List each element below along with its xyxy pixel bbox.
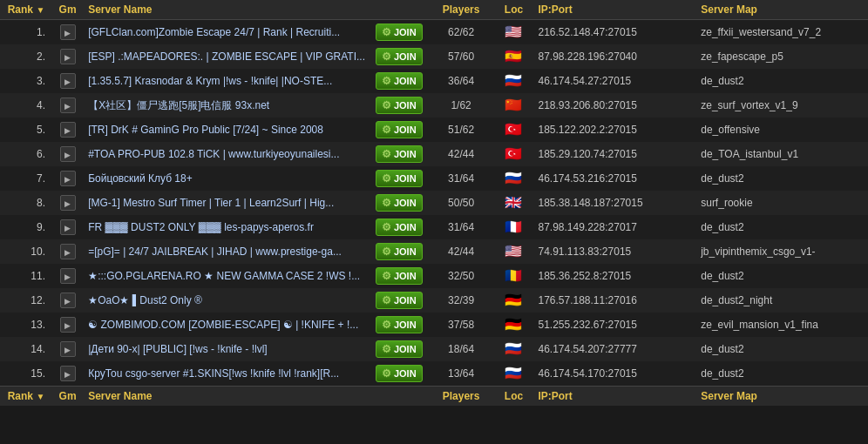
- server-name-cell: #TOA PRO-PUB 102.8 TiCK | www.turkiyeoyu…: [83, 142, 427, 166]
- server-map-cell: de_dust2: [695, 69, 868, 93]
- server-name-cell: [TR] DrK # GaminG Pro Public [7/24] ~ Si…: [83, 118, 427, 142]
- table-row: 1.▶[GFLClan.com]Zombie Escape 24/7 | Ran…: [0, 20, 868, 45]
- table-row: 5.▶[TR] DrK # GaminG Pro Public [7/24] ~…: [0, 118, 868, 142]
- join-button[interactable]: ⚙JOIN: [376, 219, 423, 236]
- join-label: JOIN: [394, 173, 417, 184]
- table-row: 4.▶【X社区】僵尸逃跑[5服]电信服 93x.net⚙JOIN1/62🇨🇳21…: [0, 93, 868, 118]
- game-icon: ▶: [60, 195, 76, 211]
- join-button[interactable]: ⚙JOIN: [376, 48, 423, 65]
- table-row: 11.▶★:::GO.PGLARENA.RO ★ NEW GAMMA CASE …: [0, 264, 868, 288]
- players-cell: 62/62: [428, 20, 495, 45]
- server-map-cell: de_dust2_night: [695, 288, 868, 313]
- game-icon: ▶: [60, 366, 76, 381]
- join-button[interactable]: ⚙JOIN: [376, 24, 423, 41]
- flag-icon: 🇨🇳: [504, 99, 523, 111]
- ip-port-cell: 185.38.148.187:27015: [532, 191, 695, 215]
- server-name-cell: КруТоu csgo-server #1.SKINS[!ws !knife !…: [83, 361, 427, 387]
- join-label: JOIN: [394, 76, 417, 86]
- join-button[interactable]: ⚙JOIN: [376, 243, 423, 260]
- join-button[interactable]: ⚙JOIN: [376, 121, 423, 138]
- join-gear-icon: ⚙: [382, 197, 391, 209]
- players-cell: 31/64: [428, 215, 495, 239]
- loc-cell: 🇫🇷: [495, 215, 533, 239]
- table-row: 10.▶=[pG]= | 24/7 JAILBREAK | JIHAD | ww…: [0, 239, 868, 264]
- rank-footer[interactable]: Rank ▼: [0, 387, 52, 407]
- players-cell: 37/58: [428, 313, 495, 337]
- server-map-header[interactable]: Server Map: [695, 0, 868, 20]
- server-name-text: [TR] DrK # GaminG Pro Public [7/24] ~ Si…: [88, 124, 372, 136]
- ip-port-cell: 46.174.54.27:27015: [532, 69, 695, 93]
- rank-cell: 11.: [0, 264, 52, 288]
- loc-cell: 🇬🇧: [495, 191, 533, 215]
- rank-cell: 14.: [0, 337, 52, 361]
- game-icon: ▶: [60, 268, 76, 284]
- players-value: 31/64: [448, 221, 474, 233]
- join-gear-icon: ⚙: [382, 124, 391, 136]
- ip-port-cell: 176.57.188.11:27016: [532, 288, 695, 313]
- game-icon: ▶: [60, 317, 76, 333]
- players-cell: 42/44: [428, 239, 495, 264]
- join-gear-icon: ⚙: [382, 172, 391, 185]
- flag-icon: 🇹🇷: [504, 148, 523, 160]
- join-label: JOIN: [394, 222, 417, 232]
- table-row: 7.▶Бойцовский Клуб 18+⚙JOIN31/64🇷🇺46.174…: [0, 166, 868, 191]
- join-label: JOIN: [394, 344, 417, 354]
- join-button[interactable]: ⚙JOIN: [376, 316, 423, 333]
- gm-cell: ▶: [52, 44, 83, 69]
- rank-cell: 7.: [0, 166, 52, 191]
- server-name-cell: FR ▓▓▓ DUST2 ONLY ▓▓▓ les-papys-aperos.f…: [83, 215, 427, 239]
- flag-icon: 🇫🇷: [504, 221, 523, 233]
- game-icon: ▶: [60, 219, 76, 235]
- rank-cell: 9.: [0, 215, 52, 239]
- rank-footer-sort-arrow: ▼: [36, 392, 44, 401]
- server-name-text: [ESP] .:MAPEADORES:. | ZOMBIE ESCAPE | V…: [88, 50, 372, 63]
- gm-cell: ▶: [52, 191, 83, 215]
- server-name-cell: [GFLClan.com]Zombie Escape 24/7 | Rank |…: [83, 20, 427, 45]
- table-row: 6.▶#TOA PRO-PUB 102.8 TiCK | www.turkiye…: [0, 142, 868, 166]
- rank-cell: 5.: [0, 118, 52, 142]
- game-icon: ▶: [60, 98, 76, 113]
- players-value: 32/50: [448, 270, 474, 282]
- server-name-cell: Бойцовский Клуб 18+⚙JOIN: [83, 166, 427, 191]
- server-name-text: [1.35.5.7] Krasnodar & Krym |!ws - !knif…: [88, 75, 372, 87]
- server-name-header[interactable]: Server Name: [83, 0, 427, 20]
- server-name-cell: 【X社区】僵尸逃跑[5服]电信服 93x.net⚙JOIN: [83, 93, 427, 118]
- server-name-text: #TOA PRO-PUB 102.8 TiCK | www.turkiyeoyu…: [88, 148, 372, 160]
- players-value: 57/60: [448, 50, 474, 63]
- game-icon: ▶: [60, 341, 76, 357]
- join-button[interactable]: ⚙JOIN: [376, 292, 423, 309]
- ip-port-cell: 87.98.149.228:27017: [532, 215, 695, 239]
- join-button[interactable]: ⚙JOIN: [376, 72, 423, 90]
- loc-cell: 🇺🇸: [495, 20, 533, 45]
- join-gear-icon: ⚙: [382, 246, 391, 258]
- ip-port-cell: 216.52.148.47:27015: [532, 20, 695, 45]
- join-label: JOIN: [394, 51, 417, 62]
- join-button[interactable]: ⚙JOIN: [376, 340, 423, 358]
- players-header[interactable]: Players: [428, 0, 495, 20]
- server-map-cell: de_dust2: [695, 166, 868, 191]
- join-gear-icon: ⚙: [382, 343, 391, 355]
- flag-icon: 🇷🇺: [504, 172, 523, 185]
- join-gear-icon: ⚙: [382, 50, 391, 63]
- table-row: 13.▶☯ ZOMBIMOD.COM [ZOMBIE-ESCAPE] ☯ | !…: [0, 313, 868, 337]
- server-name-text: [GFLClan.com]Zombie Escape 24/7 | Rank |…: [88, 26, 372, 38]
- loc-header[interactable]: Loc: [495, 0, 533, 20]
- ip-port-header[interactable]: IP:Port: [532, 0, 695, 20]
- players-value: 62/62: [448, 26, 474, 38]
- gm-footer[interactable]: Gm: [52, 387, 83, 407]
- join-button[interactable]: ⚙JOIN: [376, 145, 423, 163]
- server-name-text: КруТоu csgo-server #1.SKINS[!ws !knife !…: [88, 367, 372, 380]
- players-cell: 31/64: [428, 166, 495, 191]
- join-button[interactable]: ⚙JOIN: [376, 365, 423, 382]
- join-button[interactable]: ⚙JOIN: [376, 267, 423, 285]
- rank-header[interactable]: Rank ▼: [0, 0, 52, 20]
- join-gear-icon: ⚙: [382, 99, 391, 111]
- gm-cell: ▶: [52, 215, 83, 239]
- join-button[interactable]: ⚙JOIN: [376, 194, 423, 212]
- gm-header[interactable]: Gm: [52, 0, 83, 20]
- join-button[interactable]: ⚙JOIN: [376, 170, 423, 187]
- players-cell: 32/50: [428, 264, 495, 288]
- players-value: 37/58: [448, 319, 474, 331]
- loc-cell: 🇪🇸: [495, 44, 533, 69]
- join-button[interactable]: ⚙JOIN: [376, 97, 423, 114]
